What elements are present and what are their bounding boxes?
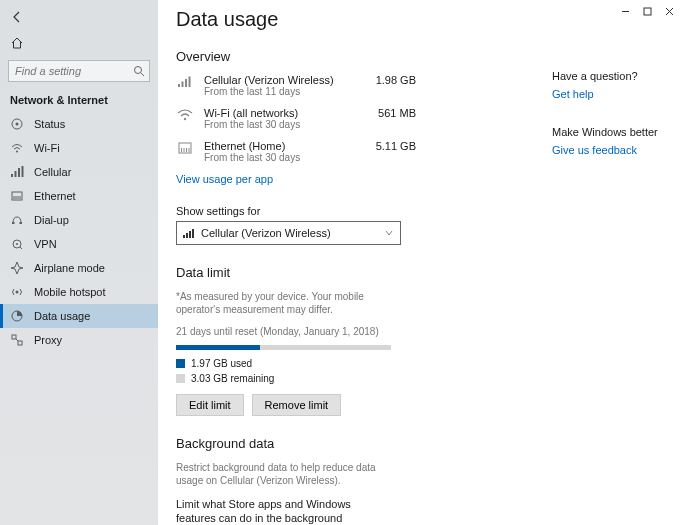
home-button[interactable] [8, 34, 26, 52]
svg-rect-31 [189, 77, 191, 88]
svg-rect-40 [189, 231, 191, 238]
edit-limit-button[interactable]: Edit limit [176, 394, 244, 416]
sidebar-item-label: Mobile hotspot [34, 286, 106, 298]
proxy-icon [10, 333, 24, 347]
show-settings-value: Cellular (Verizon Wireless) [201, 227, 331, 239]
close-button[interactable] [658, 2, 680, 20]
overview-name: Cellular (Verizon Wireless) [204, 74, 366, 86]
overview-item: Cellular (Verizon Wireless)From the last… [176, 74, 416, 97]
svg-point-32 [184, 118, 186, 120]
svg-rect-12 [22, 166, 24, 177]
overview-value: 1.98 GB [376, 74, 416, 86]
remaining-label: 3.03 GB remaining [191, 373, 274, 384]
ethernet-icon [176, 140, 194, 154]
feedback-link[interactable]: Give us feedback [552, 144, 674, 156]
svg-rect-10 [15, 171, 17, 177]
svg-rect-39 [186, 233, 188, 238]
remaining-swatch [176, 374, 185, 383]
overview-value: 561 MB [378, 107, 416, 119]
status-icon [10, 117, 24, 131]
cellular-icon [183, 228, 195, 238]
sidebar-item-proxy[interactable]: Proxy [0, 328, 158, 352]
overview-sub: From the last 11 days [204, 86, 366, 97]
sidebar-item-vpn[interactable]: VPN [0, 232, 158, 256]
overview-sub: From the last 30 days [204, 119, 368, 130]
show-settings-select[interactable]: Cellular (Verizon Wireless) [176, 221, 401, 245]
svg-rect-26 [18, 341, 22, 345]
background-heading: Background data [176, 436, 534, 451]
used-label: 1.97 GB used [191, 358, 252, 369]
data-limit-heading: Data limit [176, 265, 534, 280]
sidebar-item-label: Wi-Fi [34, 142, 60, 154]
view-usage-link[interactable]: View usage per app [176, 173, 534, 185]
sidebar-item-ethernet[interactable]: Ethernet [0, 184, 158, 208]
reset-line: 21 days until reset (Monday, January 1, … [176, 326, 534, 337]
svg-rect-41 [192, 229, 194, 238]
sidebar-item-dial-up[interactable]: Dial-up [0, 208, 158, 232]
sidebar-item-label: Dial-up [34, 214, 69, 226]
data-limit-progress [176, 345, 391, 350]
sidebar-item-status[interactable]: Status [0, 112, 158, 136]
vpn-icon [10, 237, 24, 251]
wifi-icon [176, 107, 194, 121]
overview-sub: From the last 30 days [204, 152, 366, 163]
svg-rect-18 [12, 222, 15, 224]
sidebar-item-label: Data usage [34, 310, 90, 322]
svg-rect-19 [20, 222, 23, 224]
sidebar-item-label: Ethernet [34, 190, 76, 202]
cellular-icon [10, 165, 24, 179]
sidebar-item-label: Status [34, 118, 65, 130]
show-settings-label: Show settings for [176, 205, 534, 217]
maximize-button[interactable] [636, 2, 658, 20]
chevron-down-icon [384, 228, 394, 238]
svg-point-8 [16, 151, 18, 153]
overview-name: Wi-Fi (all networks) [204, 107, 368, 119]
overview-name: Ethernet (Home) [204, 140, 366, 152]
svg-rect-28 [178, 84, 180, 87]
dial-up-icon [10, 213, 24, 227]
svg-rect-9 [11, 174, 13, 177]
mobile-hotspot-icon [10, 285, 24, 299]
category-heading: Network & Internet [0, 86, 158, 112]
page-title: Data usage [176, 8, 534, 31]
overview-item: Wi-Fi (all networks)From the last 30 day… [176, 107, 416, 130]
used-swatch [176, 359, 185, 368]
overview-item: Ethernet (Home)From the last 30 days5.11… [176, 140, 416, 163]
svg-line-27 [16, 339, 18, 341]
minimize-button[interactable] [614, 2, 636, 20]
svg-rect-11 [18, 168, 20, 177]
sidebar-item-mobile-hotspot[interactable]: Mobile hotspot [0, 280, 158, 304]
sidebar-item-data-usage[interactable]: Data usage [0, 304, 158, 328]
svg-rect-30 [185, 79, 187, 87]
ethernet-icon [10, 189, 24, 203]
sidebar-item-label: Cellular [34, 166, 71, 178]
svg-rect-1 [644, 8, 651, 15]
limit-store-label: Limit what Store apps and Windows featur… [176, 497, 391, 525]
svg-line-22 [20, 247, 22, 249]
wi-fi-icon [10, 141, 24, 155]
question-heading: Have a question? [552, 70, 674, 82]
search-input[interactable] [8, 60, 150, 82]
remove-limit-button[interactable]: Remove limit [252, 394, 342, 416]
svg-point-23 [16, 291, 19, 294]
sidebar-item-label: Proxy [34, 334, 62, 346]
overview-value: 5.11 GB [376, 140, 416, 152]
svg-point-21 [16, 243, 18, 245]
sidebar-item-wi-fi[interactable]: Wi-Fi [0, 136, 158, 160]
feedback-heading: Make Windows better [552, 126, 674, 138]
svg-rect-25 [12, 335, 16, 339]
sidebar-item-label: Airplane mode [34, 262, 105, 274]
back-button[interactable] [8, 8, 26, 26]
sidebar-item-airplane-mode[interactable]: Airplane mode [0, 256, 158, 280]
sidebar-item-label: VPN [34, 238, 57, 250]
background-desc: Restrict background data to help reduce … [176, 461, 401, 487]
sidebar-item-cellular[interactable]: Cellular [0, 160, 158, 184]
data-limit-desc: *As measured by your device. Your mobile… [176, 290, 401, 316]
svg-rect-38 [183, 235, 185, 238]
overview-heading: Overview [176, 49, 534, 64]
cellular-icon [176, 74, 194, 88]
get-help-link[interactable]: Get help [552, 88, 674, 100]
data-usage-icon [10, 309, 24, 323]
svg-point-7 [16, 123, 19, 126]
svg-rect-29 [182, 82, 184, 88]
